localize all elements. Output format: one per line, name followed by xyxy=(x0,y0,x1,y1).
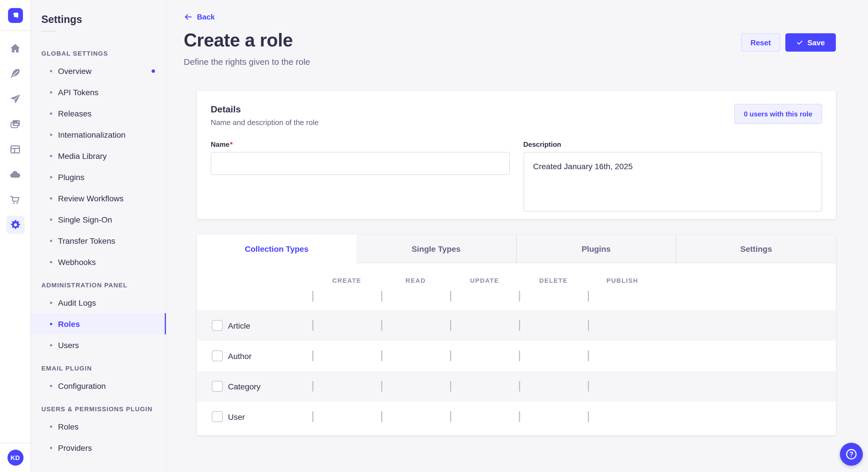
checkbox-category-create[interactable] xyxy=(312,380,313,392)
sidebar-item-label: Internationalization xyxy=(58,130,125,139)
feather-icon[interactable] xyxy=(3,61,28,86)
reset-button[interactable]: Reset xyxy=(741,33,780,52)
checkbox-all-delete[interactable] xyxy=(519,291,520,302)
checkbox-user-update[interactable] xyxy=(450,411,451,422)
checkbox-category-update[interactable] xyxy=(450,380,451,392)
checkbox-category-publish[interactable] xyxy=(588,380,589,392)
checkbox-author-delete[interactable] xyxy=(519,350,520,361)
sidebar-item-webhooks[interactable]: Webhooks xyxy=(31,251,166,272)
row-label: Category xyxy=(223,382,312,391)
section-administration-panel: ADMINISTRATION PANEL Audit Logs Roles Us… xyxy=(31,281,166,356)
rail-header xyxy=(0,0,30,31)
help-button[interactable]: ? xyxy=(840,443,863,466)
permissions-card: Collection Types Single Types Plugins Se… xyxy=(197,235,836,435)
save-label: Save xyxy=(807,38,825,47)
sidebar-item-label: Plugins xyxy=(58,172,84,181)
page-title: Create a role xyxy=(184,30,293,51)
checkbox-user-create[interactable] xyxy=(312,411,313,422)
checkbox-user-read[interactable] xyxy=(381,411,382,422)
checkbox-article-delete[interactable] xyxy=(519,320,520,331)
sidebar-item-providers[interactable]: Providers xyxy=(31,437,166,458)
description-textarea[interactable]: Created January 16th, 2025 xyxy=(523,152,822,212)
sidebar-item-transfer-tokens[interactable]: Transfer Tokens xyxy=(31,230,166,251)
sidebar-item-media-library[interactable]: Media Library xyxy=(31,145,166,166)
layout-icon[interactable] xyxy=(3,136,28,162)
sidebar-item-roles-up[interactable]: Roles xyxy=(31,416,166,437)
checkbox-user-delete[interactable] xyxy=(519,411,520,422)
tab-settings[interactable]: Settings xyxy=(676,235,836,263)
paper-plane-icon[interactable] xyxy=(3,86,28,111)
checkbox-all-publish[interactable] xyxy=(588,291,589,302)
settings-sidebar: Settings GLOBAL SETTINGS Overview API To… xyxy=(31,0,166,472)
sidebar-item-audit-logs[interactable]: Audit Logs xyxy=(31,292,166,313)
name-label: Name* xyxy=(211,140,509,148)
avatar[interactable]: KD xyxy=(7,450,23,466)
bullet-icon xyxy=(50,112,52,114)
description-field-group: Description Created January 16th, 2025 xyxy=(523,140,822,214)
table-row-author: Author xyxy=(197,341,836,371)
checkbox-all-read[interactable] xyxy=(381,291,382,302)
checkbox-user-publish[interactable] xyxy=(588,411,589,422)
bullet-icon xyxy=(50,239,52,242)
sidebar-item-label: Configuration xyxy=(58,381,106,390)
cart-icon[interactable] xyxy=(3,187,28,212)
sidebar-item-internationalization[interactable]: Internationalization xyxy=(31,124,166,145)
checkbox-author-create[interactable] xyxy=(312,350,313,361)
checkbox-author-update[interactable] xyxy=(450,350,451,361)
sidebar-item-users[interactable]: Users xyxy=(31,334,166,356)
name-input[interactable] xyxy=(211,152,509,175)
details-form: Name* Description Created January 16th, … xyxy=(211,140,822,214)
cloud-icon[interactable] xyxy=(3,162,28,187)
sidebar-item-releases[interactable]: Releases xyxy=(31,103,166,124)
media-icon[interactable] xyxy=(3,111,28,136)
checkbox-category-row[interactable] xyxy=(212,381,223,392)
tab-collection-types[interactable]: Collection Types xyxy=(197,235,356,263)
section-label: GLOBAL SETTINGS xyxy=(41,50,166,57)
table-row-user: User xyxy=(197,401,836,432)
checkbox-category-delete[interactable] xyxy=(519,380,520,392)
sidebar-item-overview[interactable]: Overview xyxy=(31,60,166,81)
notification-dot-icon xyxy=(152,69,155,72)
users-with-role-button[interactable]: 0 users with this role xyxy=(734,104,822,124)
bullet-icon xyxy=(50,384,52,387)
required-asterisk: * xyxy=(230,140,232,148)
checkbox-article-row[interactable] xyxy=(212,320,223,331)
checkbox-article-create[interactable] xyxy=(312,320,313,331)
tab-single-types[interactable]: Single Types xyxy=(356,235,516,263)
back-link[interactable]: Back xyxy=(184,12,215,21)
sidebar-item-api-tokens[interactable]: API Tokens xyxy=(31,81,166,103)
name-field-group: Name* xyxy=(211,140,509,214)
checkbox-category-read[interactable] xyxy=(381,380,382,392)
checkbox-article-update[interactable] xyxy=(450,320,451,331)
gear-icon[interactable] xyxy=(6,216,24,234)
sidebar-item-label: Roles xyxy=(58,319,80,328)
sidebar-item-review-workflows[interactable]: Review Workflows xyxy=(31,188,166,209)
bullet-icon xyxy=(50,301,52,304)
checkbox-author-row[interactable] xyxy=(212,350,223,361)
section-label: EMAIL PLUGIN xyxy=(41,365,166,372)
sidebar-item-roles-admin[interactable]: Roles xyxy=(31,313,166,334)
tab-plugins[interactable]: Plugins xyxy=(516,235,676,263)
save-button[interactable]: Save xyxy=(785,33,836,52)
checkbox-article-publish[interactable] xyxy=(588,320,589,331)
checkbox-user-row[interactable] xyxy=(212,411,223,422)
sidebar-item-single-sign-on[interactable]: Single Sign-On xyxy=(31,209,166,230)
checkbox-author-publish[interactable] xyxy=(588,350,589,361)
column-header-publish: PUBLISH xyxy=(588,277,657,284)
strapi-logo[interactable] xyxy=(8,8,23,23)
bullet-icon xyxy=(50,446,52,449)
permissions-column-headers: CREATE READ UPDATE DELETE PUBLISH xyxy=(197,263,836,284)
checkbox-article-read[interactable] xyxy=(381,320,382,331)
checkbox-all-create[interactable] xyxy=(312,291,313,302)
checkbox-author-read[interactable] xyxy=(381,350,382,361)
bullet-icon xyxy=(50,344,52,346)
sidebar-item-plugins[interactable]: Plugins xyxy=(31,166,166,188)
bullet-icon xyxy=(50,155,52,157)
checkbox-all-update[interactable] xyxy=(450,291,451,302)
sidebar-item-configuration[interactable]: Configuration xyxy=(31,375,166,396)
home-icon[interactable] xyxy=(3,36,28,61)
rail-icon-list xyxy=(0,31,30,237)
column-header-create: CREATE xyxy=(312,277,381,284)
sidebar-item-label: Review Workflows xyxy=(58,194,123,203)
section-users-permissions-plugin: USERS & PERMISSIONS PLUGIN Roles Provide… xyxy=(31,405,166,458)
